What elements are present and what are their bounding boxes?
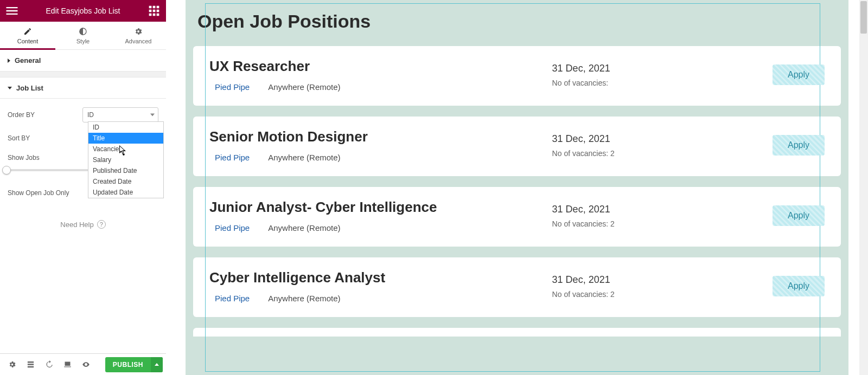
caret-up-icon <box>155 363 159 366</box>
job-vacancies: No of vacancies: 2 <box>552 149 732 158</box>
job-company[interactable]: Pied Pipe <box>215 223 250 232</box>
order-by-select[interactable]: ID <box>82 107 158 122</box>
apply-button[interactable]: Apply <box>773 135 825 156</box>
preview-icon[interactable] <box>77 356 94 373</box>
history-icon[interactable] <box>40 356 58 373</box>
need-help[interactable]: Need Help ? <box>8 220 158 229</box>
panel-tabs: Content Style Advanced <box>0 22 166 50</box>
job-title: Senior Motion Designer <box>209 128 552 145</box>
apps-grid-icon[interactable] <box>146 3 162 18</box>
publish-dropdown[interactable] <box>151 357 163 372</box>
order-by-option[interactable]: Title <box>88 133 163 144</box>
order-by-option[interactable]: ID <box>88 122 163 133</box>
order-by-option[interactable]: Salary <box>88 154 163 165</box>
order-by-option[interactable]: Vacancies <box>88 144 163 154</box>
apply-button[interactable]: Apply <box>773 64 825 85</box>
job-card: UX ResearcherPied PipeAnywhere (Remote)3… <box>193 46 841 106</box>
job-vacancies: No of vacancies: 2 <box>552 219 732 228</box>
apply-button[interactable]: Apply <box>773 205 825 226</box>
job-date: 31 Dec, 2021 <box>552 204 732 215</box>
scrollbar-thumb[interactable] <box>860 1 867 34</box>
tab-style-label: Style <box>76 38 90 44</box>
job-card: Senior Motion DesignerPied PipeAnywhere … <box>193 117 841 176</box>
job-card: Cyber Intelligence AnalystPied PipeAnywh… <box>193 257 841 317</box>
help-icon: ? <box>97 220 106 229</box>
job-card: Junior Analyst- Cyber IntelligencePied P… <box>193 187 841 247</box>
job-title: Junior Analyst- Cyber Intelligence <box>209 199 552 216</box>
job-vacancies: No of vacancies: <box>552 79 732 87</box>
order-by-label: Order BY <box>8 111 82 119</box>
navigator-icon[interactable] <box>22 356 39 373</box>
job-location: Anywhere (Remote) <box>268 153 340 162</box>
widget-area[interactable]: Open Job Positions UX ResearcherPied Pip… <box>186 0 848 375</box>
need-help-label: Need Help <box>60 221 93 229</box>
job-date: 31 Dec, 2021 <box>552 63 732 74</box>
job-card-peek <box>193 328 841 337</box>
job-vacancies: No of vacancies: 2 <box>552 290 732 299</box>
scrollbar[interactable] <box>859 0 868 375</box>
publish-label: PUBLISH <box>105 361 151 368</box>
job-company[interactable]: Pied Pipe <box>215 153 250 162</box>
tab-advanced-label: Advanced <box>125 38 152 44</box>
job-title: UX Researcher <box>209 58 552 75</box>
preview-canvas: Open Job Positions UX ResearcherPied Pip… <box>166 0 868 375</box>
order-by-option[interactable]: Updated Date <box>88 187 163 198</box>
section-job-list-label: Job List <box>16 84 43 92</box>
section-job-list[interactable]: Job List <box>0 77 166 99</box>
chevron-down-icon <box>8 87 12 89</box>
order-by-dropdown[interactable]: IDTitleVacanciesSalaryPublished DateCrea… <box>88 121 164 198</box>
tab-content-label: Content <box>17 38 39 44</box>
section-general[interactable]: General <box>0 50 166 72</box>
editor-panel: Edit Easyjobs Job List Content Style Adv… <box>0 0 166 375</box>
job-date: 31 Dec, 2021 <box>552 133 732 145</box>
responsive-icon[interactable] <box>59 356 76 373</box>
order-by-option[interactable]: Created Date <box>88 176 163 187</box>
controls: Order BY ID IDTitleVacanciesSalaryPublis… <box>0 99 166 229</box>
tab-content[interactable]: Content <box>0 22 55 49</box>
control-order-by: Order BY ID IDTitleVacanciesSalaryPublis… <box>8 107 158 122</box>
panel-header: Edit Easyjobs Job List <box>0 0 166 22</box>
apply-button[interactable]: Apply <box>773 276 825 296</box>
chevron-right-icon <box>8 59 10 63</box>
job-location: Anywhere (Remote) <box>268 82 340 92</box>
order-by-option[interactable]: Published Date <box>88 165 163 176</box>
job-company[interactable]: Pied Pipe <box>215 82 250 92</box>
chevron-down-icon <box>150 114 155 117</box>
tab-style[interactable]: Style <box>55 22 111 49</box>
panel-title: Edit Easyjobs Job List <box>46 7 120 15</box>
slider-thumb[interactable] <box>2 166 11 174</box>
panel-footer: PUBLISH <box>0 353 166 375</box>
job-location: Anywhere (Remote) <box>268 294 340 303</box>
publish-button[interactable]: PUBLISH <box>105 357 163 372</box>
menu-icon[interactable] <box>4 3 20 18</box>
job-company[interactable]: Pied Pipe <box>215 294 250 303</box>
section-gap <box>0 72 166 77</box>
job-title: Cyber Intelligence Analyst <box>209 269 552 286</box>
job-location: Anywhere (Remote) <box>268 223 340 232</box>
order-by-value: ID <box>87 111 94 119</box>
section-general-label: General <box>15 56 41 64</box>
page-title: Open Job Positions <box>197 11 841 32</box>
settings-icon[interactable] <box>3 356 21 373</box>
job-date: 31 Dec, 2021 <box>552 274 732 286</box>
tab-advanced[interactable]: Advanced <box>111 22 166 49</box>
